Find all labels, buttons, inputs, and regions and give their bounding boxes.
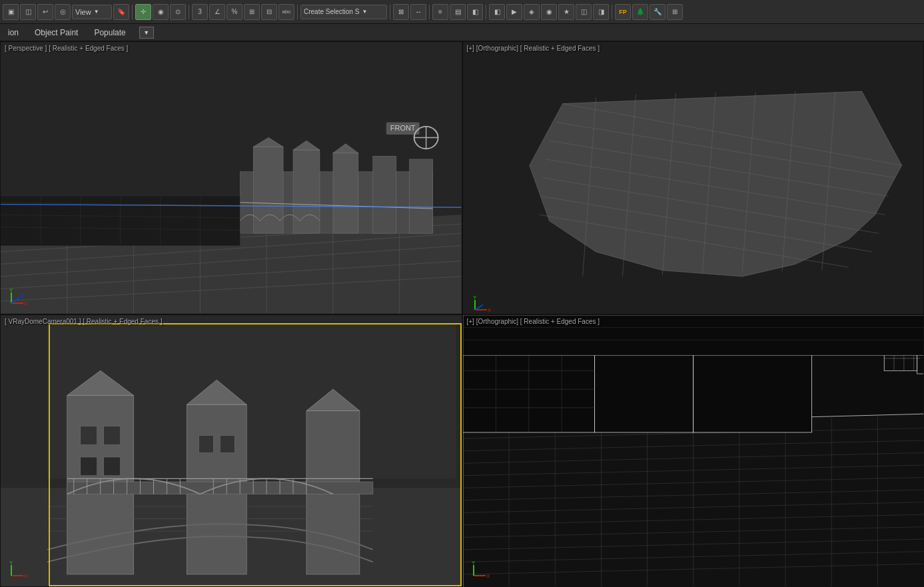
svg-rect-16 (333, 153, 358, 233)
separator-2 (189, 5, 189, 19)
svg-rect-95 (81, 457, 97, 476)
axis-camera: X Y (6, 560, 27, 581)
svg-text:FRONT: FRONT (390, 125, 416, 133)
viewport-camera[interactable]: [ VRayDomeCamera001 ] [ Realistic + Edge… (0, 314, 462, 588)
view-dropdown[interactable]: View ▼ (72, 5, 112, 19)
separator-4 (390, 5, 390, 19)
viewport-perspective-canvas: FRONT (1, 42, 462, 314)
menu-item-populate[interactable]: Populate (91, 27, 128, 39)
svg-text:X: X (486, 573, 490, 579)
viewport-camera-canvas (1, 315, 462, 587)
grid-icon[interactable]: ⊞ (667, 4, 683, 20)
separator-5 (429, 5, 430, 19)
mat-editor-icon[interactable]: ◈ (524, 4, 540, 20)
separator-1 (132, 5, 133, 19)
render-env-icon[interactable]: ◉ (541, 4, 557, 20)
svg-rect-100 (220, 435, 234, 452)
svg-rect-18 (410, 159, 433, 233)
viewport-ortho-bottom-canvas (463, 315, 924, 587)
svg-rect-96 (104, 457, 121, 476)
layer-icon[interactable]: ≡ (432, 4, 448, 20)
snaps-icon[interactable]: ⊞ (244, 4, 260, 20)
svg-text:Z: Z (20, 293, 23, 298)
fp-icon[interactable]: FP (615, 4, 631, 20)
bookmark-icon[interactable]: 🔖 (113, 4, 129, 20)
align-icon[interactable]: ↔ (410, 4, 426, 20)
axis-perspective: X Y Z (6, 287, 27, 308)
snaps2-icon[interactable]: ⊟ (261, 4, 277, 20)
extra-icon1[interactable]: ◫ (576, 4, 592, 20)
axis-ortho-bottom: X Y (468, 560, 490, 581)
menu-item-ion[interactable]: ion (5, 27, 21, 39)
tools-icon[interactable]: 🔧 (650, 4, 666, 20)
redo-icon[interactable]: ◎ (55, 4, 71, 20)
svg-text:Y: Y (9, 560, 13, 566)
svg-line-40 (11, 298, 19, 303)
viewport-grid: [ Perspective ] [ Realistic + Edged Face… (0, 41, 924, 587)
svg-text:X: X (24, 573, 27, 579)
menu-dropdown-btn[interactable]: ▼ (139, 27, 154, 39)
svg-text:Y: Y (9, 287, 13, 293)
rotate-icon[interactable]: ◉ (153, 4, 169, 20)
viewport-ortho-top-canvas: TOP X Y (463, 42, 924, 314)
extra-icon2[interactable]: ◨ (593, 4, 609, 20)
svg-text:Y: Y (472, 294, 476, 300)
separator-6 (486, 5, 486, 19)
undo-icon[interactable]: ↩ (37, 4, 53, 20)
viewport-ortho-bottom[interactable]: [+] [Orthographic] [ Realistic + Edged F… (462, 314, 925, 588)
create-selection-dropdown[interactable]: Create Selection S ▼ (300, 5, 387, 19)
svg-rect-103 (67, 482, 373, 494)
separator-3 (297, 5, 298, 19)
svg-rect-175 (463, 315, 924, 355)
mirror-icon[interactable]: ⊠ (393, 4, 409, 20)
select-object-icon[interactable]: ⊙ (170, 4, 186, 20)
menu-bar: ion Object Paint Populate ▼ (0, 24, 924, 41)
abc-icon[interactable]: abc (278, 4, 294, 20)
main-toolbar: ▣ ◫ ↩ ◎ View ▼ 🔖 ✛ ◉ ⊙ 3 ∠ % ⊞ ⊟ abc Cre… (0, 0, 924, 24)
svg-rect-14 (253, 147, 283, 233)
layer2-icon[interactable]: ▤ (450, 4, 466, 20)
select-region-icon[interactable]: ▣ (3, 4, 19, 20)
select-move-icon[interactable]: ◫ (20, 4, 36, 20)
angle-icon[interactable]: ∠ (209, 4, 225, 20)
svg-rect-17 (373, 156, 396, 233)
svg-rect-15 (293, 150, 320, 233)
populate-tree-icon[interactable]: 🌲 (632, 4, 648, 20)
svg-rect-99 (199, 435, 213, 452)
menu-item-object-paint[interactable]: Object Paint (32, 27, 81, 39)
separator-7 (612, 5, 612, 19)
render-setup-icon[interactable]: ◧ (489, 4, 505, 20)
svg-text:X: X (24, 300, 27, 306)
percent-icon[interactable]: % (227, 4, 242, 20)
svg-rect-94 (104, 426, 121, 444)
num3-icon[interactable]: 3 (192, 4, 208, 20)
render-frame-icon[interactable]: ▶ (506, 4, 522, 20)
svg-rect-93 (81, 426, 97, 444)
svg-text:Y: Y (472, 560, 476, 566)
viewport-ortho-top[interactable]: [+] [Orthographic] [ Realistic + Edged F… (462, 41, 925, 314)
move-icon[interactable]: ✛ (135, 4, 151, 20)
render-effects-icon[interactable]: ★ (558, 4, 574, 20)
svg-text:X: X (487, 307, 490, 313)
viewport-perspective[interactable]: [ Perspective ] [ Realistic + Edged Face… (0, 41, 462, 314)
svg-rect-167 (594, 346, 693, 432)
layer3-icon[interactable]: ◧ (467, 4, 483, 20)
